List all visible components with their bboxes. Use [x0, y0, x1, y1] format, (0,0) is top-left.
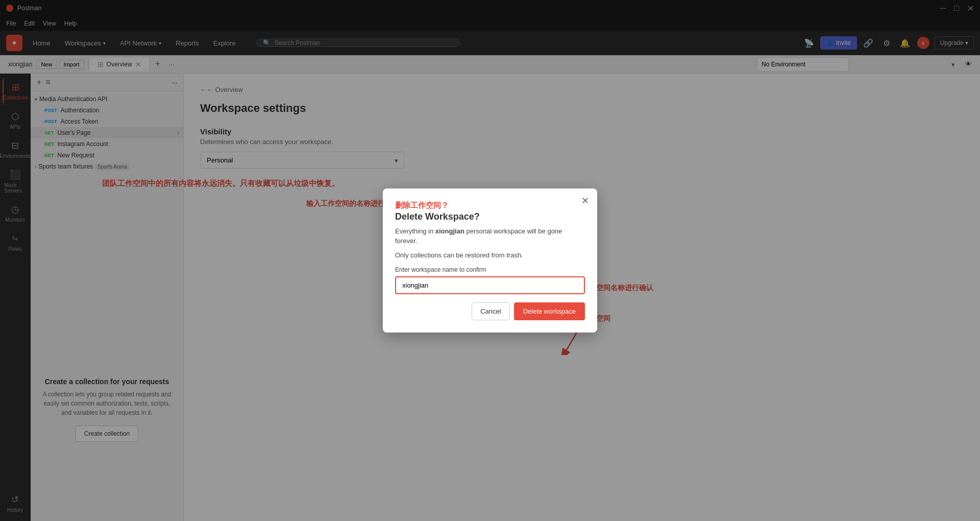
modal-overlay[interactable]: ✕ 删除工作空间？ Delete Workspace? Everything i…	[0, 0, 980, 521]
dialog-description-1: Everything in xiongjian personal workspa…	[395, 226, 585, 246]
dialog-input-label: Enter workspace name to confirm	[395, 266, 585, 273]
dialog-actions: Cancel Delete workspace	[395, 302, 585, 320]
dialog-workspace-name-input[interactable]	[395, 276, 585, 294]
delete-workspace-button[interactable]: Delete workspace	[514, 302, 585, 320]
dialog-description-2: Only collections can be restored from tr…	[395, 250, 585, 260]
cancel-button[interactable]: Cancel	[472, 302, 509, 320]
dialog-close-button[interactable]: ✕	[579, 195, 591, 207]
dialog-title-cn: 删除工作空间？	[395, 201, 585, 210]
delete-workspace-dialog: ✕ 删除工作空间？ Delete Workspace? Everything i…	[383, 188, 597, 333]
dialog-title-en: Delete Workspace?	[395, 211, 585, 222]
